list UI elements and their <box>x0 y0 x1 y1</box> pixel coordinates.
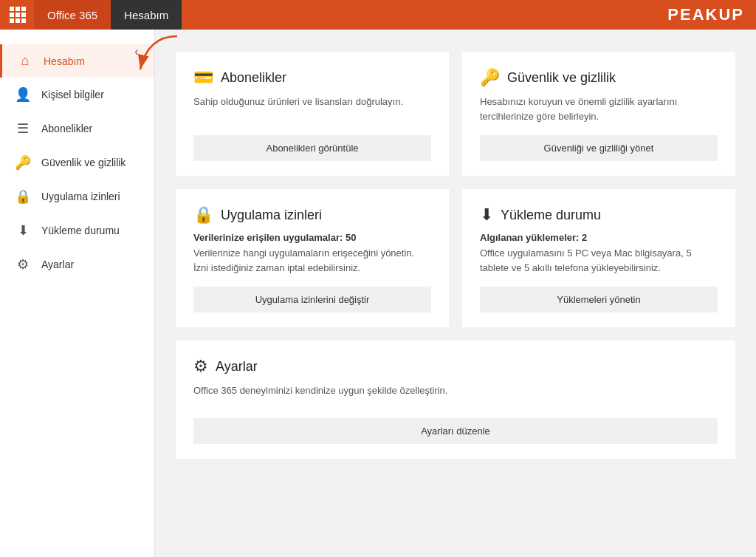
card-izinler-title: 🔒 Uygulama izinleri <box>193 205 431 225</box>
install-download-icon: ⬇ <box>480 205 493 225</box>
grid-menu-button[interactable] <box>7 4 28 25</box>
sidebar-item-izinler[interactable]: 🔒 Uygulama izinleri <box>0 180 154 213</box>
guvenlik-button[interactable]: Güvenliği ve gizliliği yönet <box>480 135 718 161</box>
main-content: 💳 Abonelikler Sahip olduğunuz ürünleri v… <box>155 30 756 557</box>
settings-icon: ⚙ <box>15 256 31 273</box>
app-lock-icon: 🔒 <box>193 205 213 225</box>
top-cards-grid: 💳 Abonelikler Sahip olduğunuz ürünleri v… <box>176 52 735 176</box>
card-guvenlik: 🔑 Güvenlik ve gizlilik Hesabınızı koruyu… <box>462 52 735 176</box>
lock-icon: 🔒 <box>15 188 31 205</box>
hesabim-tab[interactable]: Hesabım <box>111 0 182 30</box>
sidebar-label-guvenlik: Güvenlik ve gizlilik <box>41 157 126 168</box>
card-ayarlar: ⚙ Ayarlar Office 365 deneyiminizi kendin… <box>176 341 735 459</box>
card-izinler-desc: Verilerinize hangi uygulamaların erişece… <box>193 246 431 275</box>
card-abonelikler-title: 💳 Abonelikler <box>193 68 431 87</box>
ayarlar-gear-icon: ⚙ <box>193 357 208 376</box>
card-guvenlik-desc: Hesabınızı koruyun ve önemli gizlilik ay… <box>480 95 718 123</box>
card-abonelikler-desc: Sahip olduğunuz ürünleri ve lisansları d… <box>193 95 431 109</box>
card-ayarlar-desc: Office 365 deneyiminizi kendinize uygun … <box>193 383 718 398</box>
person-icon: 👤 <box>15 86 31 103</box>
card-yukleme: ⬇ Yükleme durumu Algılanan yüklemeler: 2… <box>462 189 735 327</box>
card-yukleme-title: ⬇ Yükleme durumu <box>480 205 718 225</box>
sidebar-label-yukleme: Yükleme durumu <box>41 225 120 236</box>
sidebar-item-yukleme[interactable]: ⬇ Yükleme durumu <box>0 213 154 247</box>
abonelikler-button[interactable]: Abonelikleri görüntüle <box>193 135 431 161</box>
card-yukleme-desc: Office uygulamasını 5 PC veya Mac bilgis… <box>480 246 718 275</box>
sidebar-item-guvenlik[interactable]: 🔑 Güvenlik ve gizlilik <box>0 146 154 180</box>
key-icon: 🔑 <box>15 154 31 171</box>
credit-card-icon: 💳 <box>193 68 213 87</box>
middle-cards-grid: 🔒 Uygulama izinleri Verilerinize erişile… <box>176 189 735 327</box>
card-izinler: 🔒 Uygulama izinleri Verilerinize erişile… <box>176 189 449 327</box>
bottom-cards-grid: ⚙ Ayarlar Office 365 deneyiminizi kendin… <box>176 341 735 459</box>
ayarlar-button[interactable]: Ayarları düzenle <box>193 418 718 444</box>
main-layout: ‹ ⌂ Hesabım 👤 Kişisel bilgiler ☰ Aboneli… <box>0 30 756 557</box>
card-ayarlar-title: ⚙ Ayarlar <box>193 357 718 376</box>
subscriptions-icon: ☰ <box>15 120 31 137</box>
sidebar: ‹ ⌂ Hesabım 👤 Kişisel bilgiler ☰ Aboneli… <box>0 30 155 557</box>
sidebar-label-hesabim: Hesabım <box>44 55 85 67</box>
sidebar-label-izinler: Uygulama izinleri <box>41 191 120 202</box>
office365-tab[interactable]: Office 365 <box>34 0 111 30</box>
sidebar-item-kisisel[interactable]: 👤 Kişisel bilgiler <box>0 78 154 112</box>
home-icon: ⌂ <box>17 53 33 69</box>
sidebar-collapse-button[interactable]: ‹ <box>128 43 145 61</box>
izinler-button[interactable]: Uygulama izinlerini değiştir <box>193 287 431 312</box>
sidebar-label-abonelikler: Abonelikler <box>41 123 92 134</box>
card-izinler-count: Verilerinize erişilen uygulamalar: 50 <box>193 232 431 243</box>
download-icon: ⬇ <box>15 222 31 239</box>
sidebar-label-ayarlar: Ayarlar <box>41 259 74 270</box>
card-guvenlik-title: 🔑 Güvenlik ve gizlilik <box>480 68 718 87</box>
card-yukleme-count: Algılanan yüklemeler: 2 <box>480 232 718 243</box>
sidebar-item-ayarlar[interactable]: ⚙ Ayarlar <box>0 247 154 281</box>
sidebar-label-kisisel: Kişisel bilgiler <box>41 89 104 100</box>
grid-icon <box>10 7 26 23</box>
sidebar-item-abonelikler[interactable]: ☰ Abonelikler <box>0 112 154 146</box>
peakup-logo: PEAKUP <box>667 5 744 24</box>
header: Office 365 Hesabım PEAKUP <box>0 0 756 30</box>
yukleme-button[interactable]: Yüklemeleri yönetin <box>480 287 718 312</box>
security-key-icon: 🔑 <box>480 68 500 87</box>
card-abonelikler: 💳 Abonelikler Sahip olduğunuz ürünleri v… <box>176 52 449 176</box>
